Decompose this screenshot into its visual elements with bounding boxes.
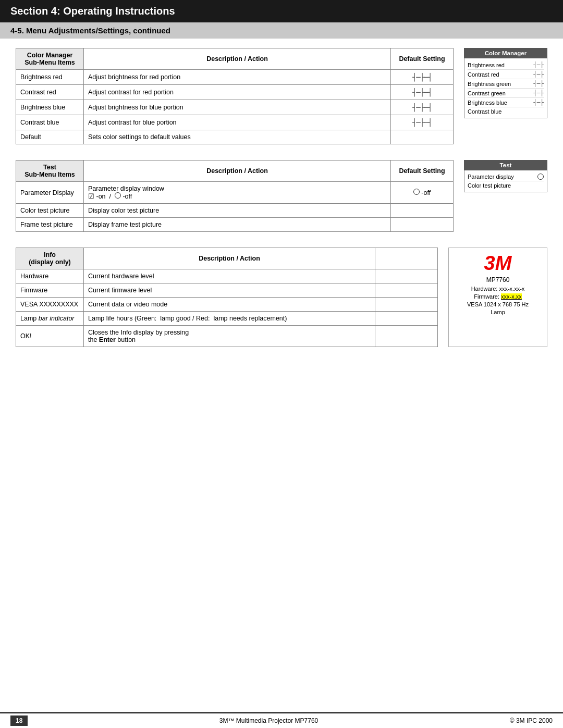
item-hardware: Hardware xyxy=(16,269,84,283)
item-ok: OK! xyxy=(16,326,84,347)
slider-icon: ┤─├ xyxy=(533,71,544,78)
table-row: Contrast red Adjust contrast for red por… xyxy=(16,85,454,100)
vesa-info: VESA 1024 x 768 75 Hz xyxy=(454,301,542,307)
subsection-title: 4-5. Menu Adjustments/Settings, continue… xyxy=(0,22,563,39)
slider-icon: ┤─├─┤ xyxy=(412,118,432,127)
table-row: Brightness blue Adjust brightness for bl… xyxy=(16,100,454,115)
sidebar-row: Brightness green ┤─├ xyxy=(468,79,544,89)
item-brightness-red: Brightness red xyxy=(16,70,84,85)
radio-empty-icon xyxy=(537,174,544,180)
slider-icon: ┤─├─┤ xyxy=(412,88,432,96)
firmware-info: Firmware: xxx-x.xx xyxy=(454,293,542,300)
hardware-info: Hardware: xxx-x.xx-x xyxy=(454,286,542,292)
sidebar-label: Contrast blue xyxy=(468,108,501,115)
default-lamp xyxy=(375,312,438,326)
item-contrast-red: Contrast red xyxy=(16,85,84,100)
default-default xyxy=(391,130,454,144)
desc-brightness-red: Adjust brightness for red portion xyxy=(84,70,391,85)
sidebar-color-manager-content: Brightness red ┤─├ Contrast red ┤─├ Brig… xyxy=(464,58,547,118)
desc-parameter-display: Parameter display window ☑ -on / -off xyxy=(84,182,391,204)
default-brightness-red: ┤─├─┤ xyxy=(391,70,454,85)
slider-icon: ┤─├─┤ xyxy=(412,73,432,81)
firmware-link: xxx-x.xx xyxy=(501,293,522,300)
slider-icon: ┤─├ xyxy=(533,61,544,68)
col-header-description: Description / Action xyxy=(84,48,391,70)
sidebar-row: Parameter display xyxy=(468,172,544,181)
item-color-test: Color test picture xyxy=(16,204,84,218)
default-firmware xyxy=(375,283,438,298)
color-manager-sidebar: Color Manager Brightness red ┤─├ Contras… xyxy=(464,48,547,144)
sidebar-row: Brightness blue ┤─├ xyxy=(468,98,544,107)
table-row: Parameter Display Parameter display wind… xyxy=(16,182,454,204)
item-brightness-blue: Brightness blue xyxy=(16,100,84,115)
section-title-text: Section 4: Operating Instructions xyxy=(10,5,175,17)
item-vesa: VESA XXXXXXXXX xyxy=(16,298,84,312)
footer-right: © 3M IPC 2000 xyxy=(510,717,553,724)
3m-logo: 3M xyxy=(454,253,542,273)
slider-icon: ┤─├─┤ xyxy=(412,103,432,112)
sidebar-label: Brightness blue xyxy=(468,100,507,106)
color-manager-table-wrap: Color Manager Sub-Menu Items Description… xyxy=(16,48,454,144)
col-header-info-blank xyxy=(375,248,438,269)
model-number: MP7760 xyxy=(454,276,542,283)
default-ok xyxy=(375,326,438,347)
col-header-submenu: Color Manager Sub-Menu Items xyxy=(16,48,84,70)
info-section: Info (display only) Description / Action… xyxy=(16,248,547,347)
col-header-default: Default Setting xyxy=(391,48,454,70)
item-parameter-display: Parameter Display xyxy=(16,182,84,204)
sidebar-row: Contrast green ┤─├ xyxy=(468,89,544,98)
sidebar-row: Brightness red ┤─├ xyxy=(468,60,544,70)
test-table: Test Sub-Menu Items Description / Action… xyxy=(16,160,454,232)
slider-icon: ┤─├ xyxy=(533,99,544,106)
desc-default: Sets color settings to default values xyxy=(84,130,391,144)
sidebar-row: Color test picture xyxy=(468,181,544,190)
desc-contrast-red: Adjust contrast for red portion xyxy=(84,85,391,100)
slider-icon: ┤─├ xyxy=(533,90,544,96)
default-parameter-display: -off xyxy=(391,182,454,204)
item-firmware: Firmware xyxy=(16,283,84,298)
table-row: Firmware Current firmware level xyxy=(16,283,438,298)
check-icon: ☑ xyxy=(88,193,94,200)
default-hardware xyxy=(375,269,438,283)
col-header-test-default: Default Setting xyxy=(391,161,454,182)
col-header-test-submenu: Test Sub-Menu Items xyxy=(16,161,84,182)
sidebar-label: Color test picture xyxy=(468,182,511,189)
col-header-info-submenu: Info (display only) xyxy=(16,248,84,269)
item-default: Default xyxy=(16,130,84,144)
item-contrast-blue: Contrast blue xyxy=(16,115,84,130)
info-sidebar: 3M MP7760 Hardware: xxx-x.xx-x Firmware:… xyxy=(448,248,547,347)
test-table-wrap: Test Sub-Menu Items Description / Action… xyxy=(16,160,454,232)
default-contrast-blue: ┤─├─┤ xyxy=(391,115,454,130)
item-lamp: Lamp bar indicator xyxy=(16,312,84,326)
footer-center: 3M™ Multimedia Projector MP7760 xyxy=(219,717,318,724)
page-number: 18 xyxy=(10,715,28,726)
default-vesa xyxy=(375,298,438,312)
desc-contrast-blue: Adjust contrast for blue portion xyxy=(84,115,391,130)
table-row: Default Sets color settings to default v… xyxy=(16,130,454,144)
sidebar-label: Contrast red xyxy=(468,71,499,78)
default-frame-test xyxy=(391,218,454,232)
desc-brightness-blue: Adjust brightness for blue portion xyxy=(84,100,391,115)
col-header-test-description: Description / Action xyxy=(84,161,391,182)
desc-lamp: Lamp life hours (Green: lamp good / Red:… xyxy=(84,312,375,326)
desc-vesa: Current data or video mode xyxy=(84,298,375,312)
default-contrast-red: ┤─├─┤ xyxy=(391,85,454,100)
sidebar-label: Contrast green xyxy=(468,90,506,96)
desc-frame-test: Display frame test picture xyxy=(84,218,391,232)
table-row: Contrast blue Adjust contrast for blue p… xyxy=(16,115,454,130)
test-sidebar: Test Parameter display Color test pictur… xyxy=(464,160,547,232)
desc-color-test: Display color test picture xyxy=(84,204,391,218)
sidebar-label: Brightness red xyxy=(468,62,505,68)
default-brightness-blue: ┤─├─┤ xyxy=(391,100,454,115)
test-section: Test Sub-Menu Items Description / Action… xyxy=(16,160,547,232)
info-table-wrap: Info (display only) Description / Action… xyxy=(16,248,438,347)
table-row: Lamp bar indicator Lamp life hours (Gree… xyxy=(16,312,438,326)
sidebar-color-manager-title: Color Manager xyxy=(464,48,547,58)
table-row: Brightness red Adjust brightness for red… xyxy=(16,70,454,85)
table-row: Color test picture Display color test pi… xyxy=(16,204,454,218)
sidebar-test-content: Parameter display Color test picture xyxy=(464,170,547,192)
sidebar-label: Parameter display xyxy=(468,174,514,180)
color-manager-section: Color Manager Sub-Menu Items Description… xyxy=(16,48,547,144)
desc-hardware: Current hardware level xyxy=(84,269,375,283)
desc-firmware: Current firmware level xyxy=(84,283,375,298)
